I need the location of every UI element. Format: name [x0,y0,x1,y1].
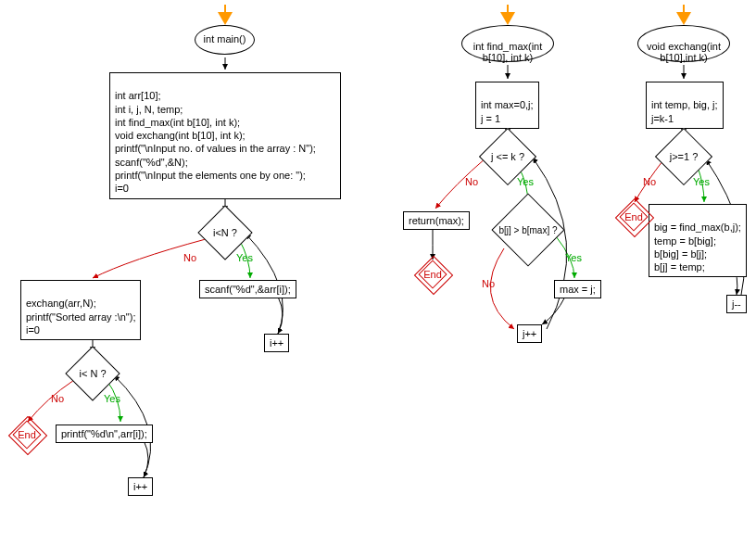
findmax-start-text: int find_max(int b[10], int k) [473,41,543,63]
main-printf: printf("%d\n",arr[i]); [56,425,153,443]
main-cond2: i< N ? [73,354,112,393]
findmax-end-text: End [423,269,442,280]
main-inc1: i++ [264,334,289,352]
exchang-cond: j>=1 ? [663,136,704,177]
main-end: End [14,422,40,448]
main-start-ellipse: int main() [195,25,255,55]
label-no: No [465,176,478,187]
findmax-start-ellipse: int find_max(int b[10], int k) [461,25,554,62]
exchang-end: End [621,204,647,230]
findmax-inc-text: j++ [523,328,536,339]
label-no: No [183,252,196,263]
main-inc2-text: i++ [133,481,147,492]
findmax-inc: j++ [517,324,542,343]
main-cond1-text: i<N ? [213,227,237,238]
findmax-cond1: j <= k ? [487,136,528,177]
findmax-assign-text: max = j; [560,284,596,295]
exchang-start-ellipse: void exchang(int b[10],int k) [637,25,730,62]
main-exchang-text: exchang(arr,N); printf("Sorted array :\n… [26,298,135,336]
main-inc2: i++ [128,477,153,496]
main-end-text: End [18,429,36,440]
main-start-text: int main() [204,33,246,44]
main-cond1: i<N ? [206,213,245,252]
main-scanf: scanf("%d",&arr[i]); [199,280,296,298]
main-scanf-text: scanf("%d",&arr[i]); [205,284,291,295]
findmax-assign: max = j; [554,280,601,298]
findmax-init-text: int max=0,j; j = 1 [481,99,534,123]
label-yes: Yes [693,176,710,187]
findmax-end: End [420,261,446,287]
main-printf-text: printf("%d\n",arr[i]); [61,428,147,439]
findmax-init: int max=0,j; j = 1 [475,82,539,129]
main-exchang-call: exchang(arr,N); printf("Sorted array :\n… [20,280,141,340]
exchang-body: big = find_max(b,j); temp = b[big]; b[bi… [649,204,747,277]
findmax-cond2-text: b[j] > b[max] ? [498,225,557,235]
exchang-cond-text: j>=1 ? [670,151,699,162]
main-inc1-text: i++ [270,337,284,349]
findmax-return: return(max); [403,211,470,230]
findmax-cond1-text: j <= k ? [491,151,524,162]
main-declarations: int arr[10]; int i, j, N, temp; int find… [109,72,341,199]
exchang-dec: j-- [726,295,747,313]
label-yes: Yes [565,252,582,263]
exchang-end-text: End [624,211,643,222]
label-no: No [482,278,495,289]
main-decl-text: int arr[10]; int i, j, N, temp; int find… [115,90,316,194]
exchang-dec-text: j-- [732,298,741,310]
exchang-init: int temp, big, j; j=k-1 [646,82,724,129]
findmax-return-text: return(max); [409,215,464,226]
label-yes: Yes [104,393,120,404]
label-no: No [51,393,64,404]
label-yes: Yes [517,176,534,187]
label-no: No [643,176,656,187]
exchang-body-text: big = find_max(b,j); temp = b[big]; b[bi… [654,222,741,272]
exchang-start-text: void exchang(int b[10],int k) [647,41,721,63]
exchang-init-text: int temp, big, j; j=k-1 [651,99,718,123]
main-cond2-text: i< N ? [79,368,106,379]
label-yes: Yes [236,252,253,263]
findmax-cond2: b[j] > b[max] ? [502,204,554,256]
